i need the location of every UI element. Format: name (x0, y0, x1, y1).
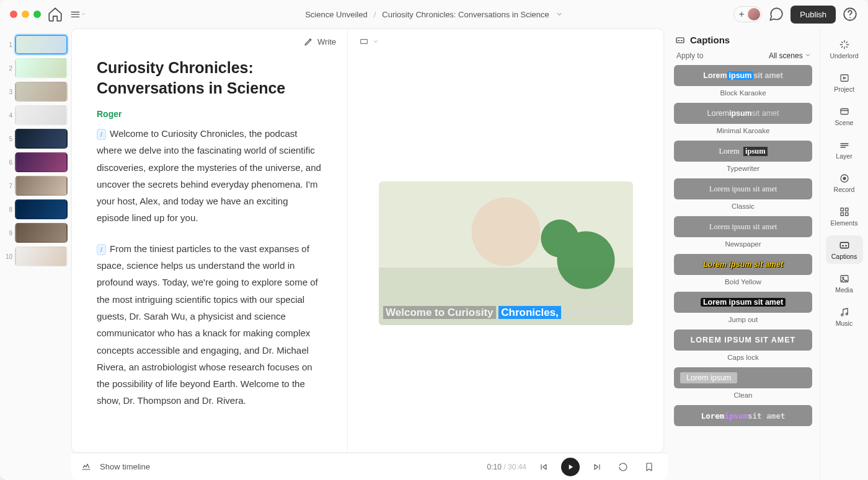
breadcrumb: Science Unveiled / Curiosity Chronicles:… (305, 10, 563, 19)
scene-marker[interactable]: / (97, 129, 106, 140)
script-body[interactable]: Curiosity Chronicles: Conversations in S… (72, 54, 347, 452)
thumb-8[interactable] (15, 199, 68, 219)
scene-marker[interactable]: / (97, 244, 106, 255)
style-clean[interactable]: Lorem ipsum Clean (674, 367, 812, 399)
svg-rect-3 (841, 74, 848, 81)
apply-to-select[interactable]: All scenes (769, 51, 811, 60)
tool-layer[interactable]: Layer (826, 135, 863, 164)
thumb-num: 2 (4, 65, 12, 72)
preview-header (348, 29, 663, 54)
comments-button[interactable] (768, 6, 784, 22)
maximize-window[interactable] (33, 11, 41, 18)
style-block-karaoke[interactable]: Lorem ipsum sit amet Block Karaoke (674, 65, 812, 97)
elements-icon (839, 206, 850, 217)
app-window: Science Unveiled / Curiosity Chronicles:… (0, 0, 868, 480)
minimize-window[interactable] (22, 11, 29, 18)
aspect-icon (359, 37, 369, 46)
music-icon (839, 307, 850, 318)
captions-panel-title: Captions (674, 33, 813, 46)
captions-panel: Captions Apply to All scenes Lorem ipsum… (668, 28, 820, 480)
thumb-3[interactable] (15, 82, 68, 102)
svg-rect-2 (676, 38, 684, 43)
chevron-down-icon[interactable] (373, 38, 379, 45)
speaker-label[interactable]: Roger (97, 109, 322, 119)
skip-back-button[interactable] (535, 458, 552, 476)
style-bold-yellow[interactable]: Lorem ipsum sit amet Bold Yellow (674, 254, 812, 286)
style-caps-lock[interactable]: LOREM IPSUM SIT AMET Caps lock (674, 329, 812, 361)
chevron-down-icon (805, 52, 811, 58)
help-button[interactable] (842, 6, 858, 22)
style-classic[interactable]: Lorem ipsum sit amet Classic (674, 178, 812, 210)
style-label: Jump out (674, 316, 812, 323)
plus-icon (738, 11, 745, 18)
transport-bar: Show timeline 0:10 / 30:44 (71, 453, 668, 480)
paragraph-text: From the tiniest particles to the vast e… (97, 243, 318, 406)
thumb-5[interactable] (15, 129, 68, 149)
svg-rect-10 (845, 212, 848, 216)
skip-forward-icon (592, 462, 602, 472)
svg-rect-9 (841, 212, 844, 216)
tool-elements[interactable]: Elements (826, 202, 863, 230)
thumb-6[interactable] (15, 152, 68, 172)
style-jump-out[interactable]: Lorem ipsum sit amet Jump out (674, 292, 812, 323)
timeline-icon (81, 462, 91, 472)
breadcrumb-current[interactable]: Curiosity Chronicles: Conversations in S… (382, 10, 549, 19)
home-icon (47, 6, 63, 22)
help-icon (842, 6, 858, 22)
time-display: 0:10 / 30:44 (487, 463, 526, 471)
paragraph[interactable]: /Welcome to Curiosity Chronicles, the po… (97, 125, 322, 227)
paragraph[interactable]: /From the tiniest particles to the vast … (97, 240, 322, 409)
style-newspaper[interactable]: Lorem ipsum sit amet Newspaper (674, 216, 812, 248)
live-caption: Welcome to Curiosity Chronicles, the pod… (379, 307, 633, 319)
style-label: Minimal Karoake (674, 127, 812, 134)
tool-media[interactable]: Media (826, 269, 863, 297)
preview-column: Welcome to Curiosity Chronicles, the pod… (348, 29, 663, 452)
show-timeline-button[interactable]: Show timeline (100, 462, 150, 471)
caption-pre: Welcome to Curiosity (383, 306, 496, 319)
thumb-2[interactable] (15, 58, 68, 78)
time-current: 0:10 (487, 463, 502, 471)
caption-styles-list[interactable]: Lorem ipsum sit amet Block Karaoke Lorem… (674, 65, 813, 474)
document-title: Curiosity Chronicles: Conversations in S… (97, 58, 322, 98)
caption-highlight: Chronicles, (498, 306, 561, 319)
thumb-9[interactable] (15, 223, 68, 243)
tool-underlord[interactable]: Underlord (826, 35, 863, 63)
titlebar-right: Publish (733, 6, 858, 24)
tool-music[interactable]: Music (826, 302, 863, 331)
tool-captions[interactable]: Captions (826, 235, 863, 264)
thumb-num: 6 (4, 159, 12, 166)
style-mono[interactable]: Lorem ipsum sit amet (674, 405, 812, 426)
video-preview[interactable]: Welcome to Curiosity Chronicles, the pod… (379, 181, 633, 325)
loop-button[interactable] (614, 458, 632, 476)
svg-rect-1 (361, 40, 368, 44)
thumb-4[interactable] (15, 105, 68, 125)
menu-button[interactable] (69, 6, 86, 22)
close-window[interactable] (10, 11, 17, 18)
thumb-10[interactable] (15, 247, 68, 266)
bookmark-button[interactable] (640, 458, 658, 476)
add-collaborator[interactable] (733, 6, 762, 22)
svg-rect-7 (841, 208, 844, 211)
scene-thumbnails: 1 2 3 4 5 6 7 8 9 10 (0, 28, 71, 480)
write-button[interactable]: Write (317, 37, 336, 46)
tool-record[interactable]: Record (826, 168, 863, 197)
svg-rect-4 (841, 108, 848, 114)
style-minimal-karaoke[interactable]: Lorem ipsum sit amet Minimal Karoake (674, 103, 812, 134)
thumb-num: 10 (4, 253, 12, 260)
skip-forward-button[interactable] (588, 458, 606, 476)
play-button[interactable] (561, 458, 580, 476)
tool-project[interactable]: Project (826, 68, 863, 97)
style-label: Classic (674, 203, 812, 210)
style-label: Clean (674, 391, 812, 399)
breadcrumb-root[interactable]: Science Unveiled (305, 10, 367, 19)
scene-icon (839, 106, 850, 117)
chevron-down-icon (81, 12, 86, 16)
sparkle-icon (839, 39, 850, 50)
style-typewriter[interactable]: Lorem ipsum Typewriter (674, 141, 812, 172)
thumb-7[interactable] (15, 176, 68, 196)
publish-button[interactable]: Publish (790, 6, 836, 24)
home-button[interactable] (47, 6, 63, 22)
tool-scene[interactable]: Scene (826, 102, 863, 130)
thumb-1[interactable] (15, 35, 68, 55)
captions-icon (675, 35, 685, 45)
